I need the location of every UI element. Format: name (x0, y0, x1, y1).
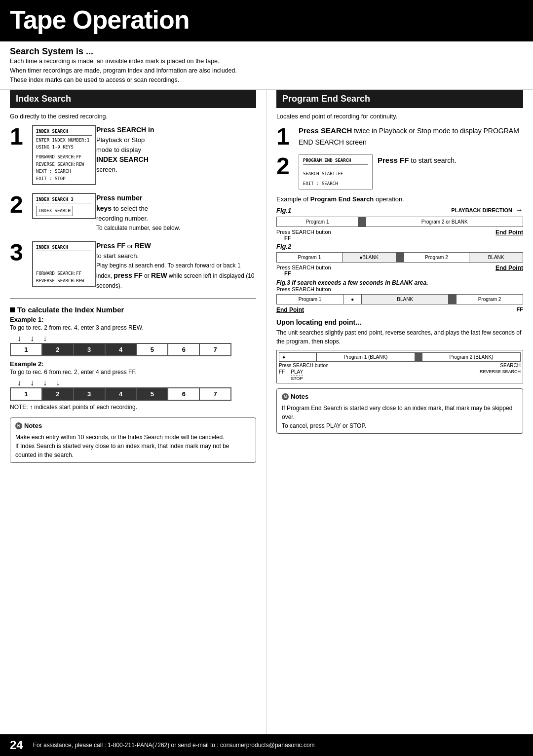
step-1-line1: ENTER INDEX NUMBER:1 (36, 137, 92, 144)
step-3-content: INDEX SEARCH FORWARD SEARCH:FF REVERSE S… (32, 241, 256, 291)
pes-screen-title: PROGRAM END SEARCH (303, 157, 368, 164)
fig2-labels: Press SEARCH button FF End Point (276, 265, 523, 276)
cell-e2-1: 1 (10, 388, 42, 400)
step-1-line4: REVERSE SEARCH:REW (36, 161, 92, 168)
step-3-text: Press FF or REW to start search. Play be… (96, 241, 256, 291)
fig3-end-point-container: End Point (276, 306, 304, 313)
fig2-label: Fig.2 (276, 243, 523, 250)
pes-step-2-screen: PROGRAM END SEARCH SEARCH START:FF EXIT … (299, 154, 373, 189)
cell-e2-2-highlight: 2 (42, 388, 74, 400)
fig1-ff-label: FF (284, 235, 331, 241)
fig1-cell1: Program 1 (277, 217, 358, 227)
step-1-line6: EXIT : STOP (36, 175, 92, 182)
step-1-screen-title: INDEX SEARCH (36, 128, 92, 135)
fig1-label: Fig.1 (276, 207, 291, 214)
footer-page-number: 24 (10, 738, 23, 752)
search-system-desc1: Each time a recording is made, an invisi… (10, 57, 523, 66)
step-3-bold: Press FF (96, 242, 125, 250)
notes-right-line2: To cancel, press PLAY or STOP. (282, 421, 518, 430)
fig2-cell4: Program 2 (404, 253, 470, 262)
cell-3-highlight: 3 (74, 343, 105, 356)
fig2-cell2: ●BLANK (343, 253, 396, 262)
notes-left-title: N Notes (15, 421, 251, 431)
cell-6: 6 (168, 343, 199, 356)
final-cell-prog1: Program 1 (BLANK) (316, 352, 415, 362)
pes-title: Program End Search (282, 94, 370, 104)
arrow-3: ↓ (43, 334, 47, 343)
example-2-desc: To go to rec. 6 from rec. 2, enter 4 and… (10, 369, 256, 376)
arrow-2-1: ↓ (17, 378, 21, 387)
fig3-labels: End Point FF (276, 306, 523, 313)
page-header: Tape Operation (0, 0, 533, 41)
cell-5: 5 (137, 343, 168, 356)
arrow-2-4: ↓ (56, 378, 60, 387)
step-1-line3: FORWARD SEARCH:FF (36, 153, 92, 160)
step-1-display: INDEX SEARCH (96, 155, 149, 163)
example-1-diagram: 1 2 3 4 5 6 7 (10, 343, 231, 356)
cell-e2-5-highlight: 5 (137, 388, 168, 400)
step-3-number: 3 (10, 241, 27, 265)
step-3-line1: FORWARD SEARCH:FF (36, 270, 92, 277)
cell-2-highlight: 2 (42, 343, 74, 356)
step-3-bold2: REW (135, 242, 151, 250)
notes-left-title-text: Notes (24, 421, 42, 431)
locating-title: Upon locating end point... (276, 318, 523, 326)
black-square-icon (10, 307, 15, 312)
cell-e2-4-highlight: 4 (105, 388, 137, 400)
example-suffix: operation. (376, 195, 404, 203)
final-press-search: Press SEARCH button FF PLAY STOP (279, 363, 329, 381)
example-bold: Program End Search (310, 195, 374, 203)
step-1-bold: Press SEARCH in (96, 126, 154, 134)
pes-step-2-number: 2 (276, 154, 294, 178)
example-2-title: Example 2: (10, 360, 256, 368)
fig1-header: Fig.1 PLAYBACK DIRECTION → (276, 206, 523, 215)
fig2-tape: Program 1 ●BLANK Program 2 BLANK (276, 252, 523, 263)
pes-header: Program End Search (276, 90, 523, 108)
notes-left: N Notes Make each entry within 10 second… (10, 417, 256, 463)
example-2-arrows: ↓ ↓ ↓ ↓ (10, 378, 256, 387)
fig3-press-label: Press SEARCH button (276, 286, 523, 292)
fig2-press-label: Press SEARCH button FF (276, 265, 331, 276)
final-cell-prog2: Program 2 (BLANK) (422, 352, 521, 362)
fig3-tape: Program 1 ● BLANK Program 2 (276, 294, 523, 304)
fig2-cell5: BLANK (469, 253, 523, 262)
final-reverse-label: REVERSE SEARCH (480, 369, 521, 374)
fig2-press-text: Press SEARCH button (276, 265, 331, 270)
fig1-direction: PLAYBACK DIRECTION → (291, 206, 523, 215)
notes-right-line1: If Program End Search is started very cl… (282, 404, 518, 421)
notes-left-line1: Make each entry within 10 seconds, or th… (15, 433, 251, 442)
pes-step-1-number: 1 (276, 125, 294, 149)
cell-e2-3-highlight: 3 (74, 388, 105, 400)
notes-left-line2: If Index Search is started very close to… (15, 442, 251, 459)
fig1-cell3: Program 2 or BLANK (366, 217, 523, 227)
page-footer: 24 For assistance, please call : 1-800-2… (0, 734, 533, 756)
step-1-screen: INDEX SEARCH ENTER INDEX NUMBER:1 USING … (32, 125, 96, 185)
fig1-tape: Program 1 Program 2 or BLANK (276, 217, 523, 227)
search-system-desc2: When timer recordings are made, program … (10, 66, 523, 76)
fig1-cell2 (358, 217, 366, 227)
pes-example-label: Example of Program End Search operation. (276, 195, 523, 203)
example-2-number-row: 1 2 3 4 5 6 7 (10, 388, 231, 400)
final-tape-row: ● Program 1 (BLANK) Program 2 (BLANK) (279, 352, 521, 362)
final-ff-label: FF (279, 369, 285, 381)
final-stop-label: STOP (291, 376, 303, 381)
step-2-screen-sub: INDEX SEARCH (36, 206, 73, 216)
pes-step-1-text: Press SEARCH twice in Playback or Stop m… (299, 125, 523, 148)
notes-right-circle-icon: N (282, 393, 289, 400)
step-2-bold2: keys (96, 204, 112, 212)
fig2-end-point: End Point (495, 265, 523, 271)
fig3-container: Fig.3 If search exceeds a few seconds in… (276, 279, 523, 313)
fig1-labels: Press SEARCH button FF End Point (276, 229, 523, 241)
step-3-screen-title: INDEX SEARCH (36, 244, 92, 251)
arrow-2-3: ↓ (43, 378, 47, 387)
direction-arrow: → (515, 206, 523, 215)
final-play-area: PLAY STOP (291, 369, 303, 381)
final-press-label: Press SEARCH button (279, 363, 329, 368)
pes-step-2-content: PROGRAM END SEARCH SEARCH START:FF EXIT … (299, 154, 523, 189)
search-system-desc3: These index marks can be used to access … (10, 76, 523, 85)
left-column: Index Search Go directly to the desired … (0, 90, 266, 734)
fig3-end-point: End Point (276, 306, 304, 313)
page: Tape Operation Search System is ... Each… (0, 0, 533, 756)
example-note: NOTE: ↑ indicates start points of each r… (10, 404, 256, 411)
notes-right-title-text: Notes (291, 392, 308, 402)
